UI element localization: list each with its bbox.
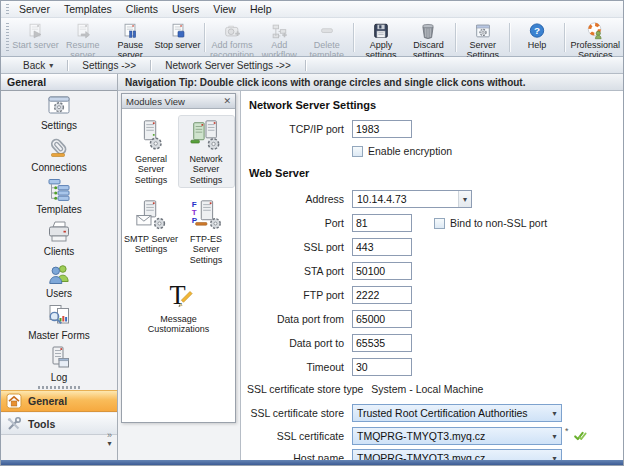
tcpip-port-label: TCP/IP port (247, 123, 344, 135)
data-port-to-input[interactable] (352, 334, 412, 352)
sidebar-item-label: Users (46, 288, 72, 299)
server-settings-button[interactable]: Server Settings (459, 20, 506, 55)
application-window: Server Templates Clients Users View Help… (0, 0, 624, 466)
menu-templates[interactable]: Templates (57, 2, 119, 16)
breadcrumb-network-server-settings[interactable]: Network Server Settings ->> (151, 60, 305, 71)
data-port-to-row: Data port to (247, 333, 623, 353)
sidebar-item-clients[interactable]: Clients (1, 217, 117, 259)
sidebar-item-settings[interactable]: Settings (1, 91, 117, 133)
users-icon (46, 261, 72, 287)
module-item-label: Network Server Settings (179, 154, 234, 185)
breadcrumb: Back ▾ Settings ->> Network Server Setti… (1, 57, 623, 74)
network-server-settings-icon (188, 118, 224, 152)
port-label: Port (247, 217, 344, 229)
module-item-label: Message Customizations (131, 314, 227, 335)
address-combo[interactable]: 10.14.4.73 ▾ (352, 190, 472, 208)
sidebar-header: General (1, 74, 117, 91)
svg-text:?: ? (534, 25, 540, 36)
discard-settings-button[interactable]: Discard settings (405, 20, 452, 55)
close-icon[interactable]: ✕ (223, 96, 231, 106)
apply-settings-button[interactable]: Apply settings (357, 20, 404, 55)
resume-server-button: Resume server (59, 20, 106, 55)
sidebar-item-label: Settings (41, 120, 77, 131)
log-icon (46, 345, 72, 371)
cert-store-type-value: System - Local Machine (371, 383, 483, 395)
cert-store-combo[interactable]: Trusted Root Certification Authorities ▾ (352, 404, 562, 422)
breadcrumb-settings[interactable]: Settings ->> (68, 60, 150, 71)
sidebar-item-label: Connections (31, 162, 87, 173)
tcpip-port-input[interactable] (352, 120, 412, 138)
module-item-label: FTP-ES Server Settings (179, 234, 234, 265)
band-label: General (28, 395, 67, 407)
cert-store-combo-value: Trusted Root Certification Authorities (353, 407, 548, 419)
chevron-down-icon: ▾ (548, 450, 561, 460)
port-row: Port Bind to non-SSL port (247, 213, 623, 233)
menu-server[interactable]: Server (12, 2, 57, 16)
module-smtp-server-settings[interactable]: SMTP Server Settings (124, 196, 179, 267)
ftp-es-server-settings-icon: FTP (188, 198, 224, 232)
module-message-customizations[interactable]: T Message Customizations (131, 276, 227, 337)
data-port-from-input[interactable] (352, 310, 412, 328)
sidebar-item-users[interactable]: Users (1, 259, 117, 301)
toolbar-grip-icon (6, 4, 9, 15)
ssl-certificate-combo[interactable]: TMQPRG-TMYQT3.myq.cz ▾ (352, 427, 562, 445)
tools-icon (6, 416, 22, 432)
toolbar-grip-icon (6, 23, 9, 53)
professional-services-button[interactable]: Professional Services (568, 20, 623, 55)
module-network-server-settings[interactable]: Network Server Settings (179, 116, 234, 187)
module-ftp-es-server-settings[interactable]: FTP FTP-ES Server Settings (179, 196, 234, 267)
ftp-port-label: FTP port (247, 289, 344, 301)
ssl-certificate-combo-value: TMQPRG-TMYQT3.myq.cz (353, 430, 548, 442)
timeout-input[interactable] (352, 358, 412, 376)
cert-store-type-row: SSL certificate store type System - Loca… (247, 381, 623, 397)
menu-users[interactable]: Users (165, 2, 206, 16)
host-name-combo[interactable]: TMQPRG-TMYQT3.myq.cz ▾ (352, 449, 562, 460)
sidebar-item-list: Settings Connections Templates Clients U… (1, 91, 117, 385)
chevron-down-icon: ▾ (49, 61, 53, 70)
chevron-down-icon: ▾ (458, 191, 471, 207)
address-label: Address (247, 193, 344, 205)
help-button[interactable]: ? Help (513, 20, 560, 55)
sta-port-input[interactable] (352, 262, 412, 280)
breadcrumb-separator (305, 60, 306, 71)
pause-server-button[interactable]: Pause server (107, 20, 154, 55)
host-name-label: Host name (247, 452, 344, 460)
ssl-port-row: SSL port (247, 237, 623, 257)
modules-view-title: Modules View (126, 96, 185, 107)
sidebar-item-connections[interactable]: Connections (1, 133, 117, 175)
ssl-port-input[interactable] (352, 238, 412, 256)
menu-help[interactable]: Help (243, 2, 279, 16)
port-input[interactable] (352, 214, 412, 232)
sidebar-band-tools[interactable]: Tools (1, 413, 117, 435)
printer-icon (46, 219, 72, 245)
address-combo-value: 10.14.4.73 (353, 193, 458, 205)
host-name-row: Host name TMQPRG-TMYQT3.myq.cz ▾ (247, 448, 623, 460)
module-item-label: SMTP Server Settings (124, 234, 179, 255)
enable-encryption-checkbox[interactable] (352, 146, 363, 157)
enable-encryption-row: Enable encryption (247, 143, 623, 159)
sidebar-item-log[interactable]: Log (1, 343, 117, 385)
sta-port-row: STA port (247, 261, 623, 281)
life-ring-icon (585, 22, 605, 40)
sidebar-band-general[interactable]: General (1, 390, 117, 412)
cert-store-row: SSL certificate store Trusted Root Certi… (247, 403, 623, 423)
stop-server-button[interactable]: Stop server (154, 20, 201, 55)
ftp-port-input[interactable] (352, 286, 412, 304)
forms-recognition-icon (222, 22, 242, 40)
window-gear-icon (473, 22, 493, 40)
ssl-certificate-label: SSL certificate (247, 430, 344, 442)
modules-view-panel: Modules View ✕ General Server Settings N… (121, 93, 236, 423)
sidebar-item-templates[interactable]: Templates (1, 175, 117, 217)
stop-server-icon (168, 22, 188, 40)
sidebar-expander-button[interactable]: » ▾ (107, 432, 112, 447)
bind-non-ssl-checkbox[interactable] (434, 218, 445, 229)
address-row: Address 10.14.4.73 ▾ (247, 189, 623, 209)
back-button[interactable]: Back ▾ (9, 60, 67, 71)
navigation-tip-text: Navigation Tip: Double click icons with … (125, 77, 525, 88)
delete-template-button: Delete template (303, 20, 350, 55)
sidebar-item-master-forms[interactable]: Master Forms (1, 301, 117, 343)
menu-view[interactable]: View (206, 2, 243, 16)
section-heading-web: Web Server (249, 167, 623, 181)
menu-clients[interactable]: Clients (119, 2, 165, 16)
module-general-server-settings[interactable]: General Server Settings (124, 116, 179, 187)
